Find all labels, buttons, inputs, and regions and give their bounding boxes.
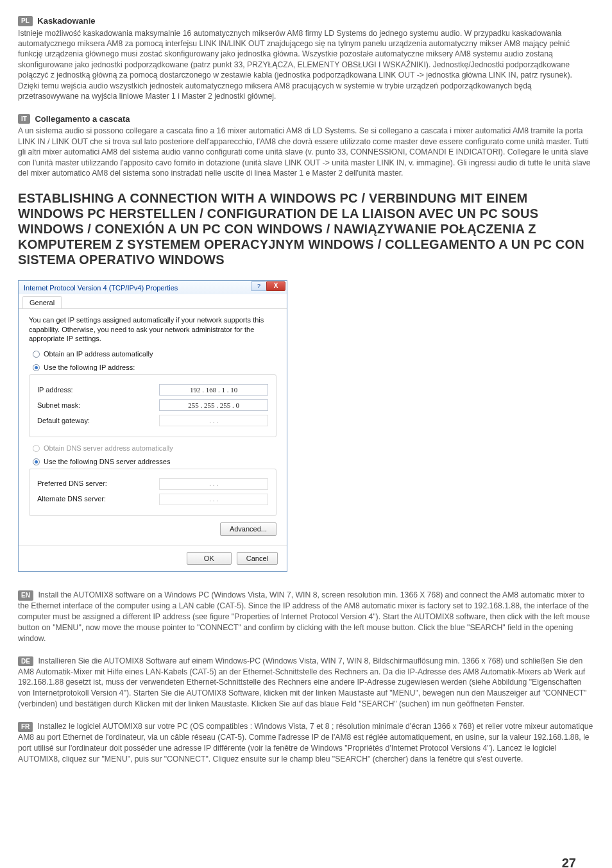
ip-fieldset: IP address: 192 . 168 . 1 . 10 Subnet ma…: [29, 374, 276, 437]
lang-badge-fr: FR: [18, 722, 33, 732]
preferred-dns-input[interactable]: . . .: [159, 478, 268, 490]
dialog-screenshot: Internet Protocol Version 4 (TCP/IPv4) P…: [18, 280, 594, 572]
alternate-dns-input[interactable]: . . .: [159, 494, 268, 505]
body-text-pl: Istnieje możliwość kaskadowania maksymal…: [18, 28, 594, 102]
section-title-pl: Kaskadowanie: [37, 16, 95, 26]
lang-badge-pl: PL: [18, 16, 33, 26]
ip-address-label: IP address:: [37, 385, 72, 395]
section-pl: PL Kaskadowanie Istnieje możliwość kaska…: [18, 15, 594, 102]
page-number: 27: [562, 855, 576, 868]
dialog-titlebar: Internet Protocol Version 4 (TCP/IPv4) P…: [19, 281, 287, 294]
tab-general[interactable]: General: [22, 296, 62, 309]
help-icon[interactable]: ?: [251, 281, 266, 291]
ok-button[interactable]: OK: [187, 552, 232, 565]
main-heading: ESTABLISHING A CONNECTION WITH A WINDOWS…: [18, 190, 594, 267]
subnet-mask-label: Subnet mask:: [37, 401, 80, 410]
radio-obtain-dns-auto: Obtain DNS server address automatically: [33, 444, 276, 453]
dialog-title-text: Internet Protocol Version 4 (TCP/IPv4) P…: [24, 284, 178, 292]
ip-address-input[interactable]: 192 . 168 . 1 . 10: [159, 384, 268, 396]
radio-use-following-ip[interactable]: Use the following IP address:: [33, 363, 276, 372]
lang-badge-en: EN: [18, 590, 33, 601]
dialog-tabs: General: [19, 294, 287, 310]
body-text-fr: Installez le logiciel AUTOMIX8 sur votre…: [18, 722, 593, 764]
radio-icon: [33, 364, 40, 371]
close-icon[interactable]: X: [266, 281, 285, 291]
section-it: IT Collegamento a cascata A un sistema a…: [18, 113, 594, 179]
default-gateway-input[interactable]: . . .: [159, 415, 268, 426]
lang-badge-de: DE: [18, 656, 33, 667]
advanced-button[interactable]: Advanced...: [220, 522, 276, 536]
body-text-en: Install the AUTOMIX8 software on a Windo…: [18, 590, 590, 643]
radio-icon: [33, 445, 40, 452]
radio-obtain-ip-auto[interactable]: Obtain an IP address automatically: [33, 349, 276, 359]
body-text-it: A un sistema audio si possono collegare …: [18, 126, 594, 178]
radio-label: Obtain an IP address automatically: [44, 349, 153, 359]
preferred-dns-label: Preferred DNS server:: [37, 479, 107, 488]
section-de: DE Installieren Sie die AUTOMIX8 Softwar…: [18, 656, 594, 710]
radio-icon: [33, 351, 40, 358]
radio-label: Use the following DNS server addresses: [44, 457, 170, 467]
alternate-dns-label: Alternate DNS server:: [37, 494, 106, 504]
cancel-button[interactable]: Cancel: [237, 552, 278, 565]
dns-fieldset: Preferred DNS server: . . . Alternate DN…: [29, 469, 276, 516]
radio-use-following-dns[interactable]: Use the following DNS server addresses: [33, 457, 276, 467]
subnet-mask-input[interactable]: 255 . 255 . 255 . 0: [159, 399, 268, 411]
radio-label: Obtain DNS server address automatically: [44, 444, 173, 453]
section-en: EN Install the AUTOMIX8 software on a Wi…: [18, 590, 594, 644]
section-fr: FR Installez le logiciel AUTOMIX8 sur vo…: [18, 721, 594, 765]
section-title-it: Collegamento a cascata: [35, 114, 130, 124]
dialog-description: You can get IP settings assigned automat…: [29, 315, 276, 343]
default-gateway-label: Default gateway:: [37, 416, 90, 426]
body-text-de: Installieren Sie die AUTOMIX8 Software a…: [18, 656, 586, 709]
radio-label: Use the following IP address:: [44, 363, 135, 372]
ipv4-dialog: Internet Protocol Version 4 (TCP/IPv4) P…: [18, 280, 287, 572]
lang-badge-it: IT: [18, 114, 30, 124]
radio-icon: [33, 458, 40, 465]
